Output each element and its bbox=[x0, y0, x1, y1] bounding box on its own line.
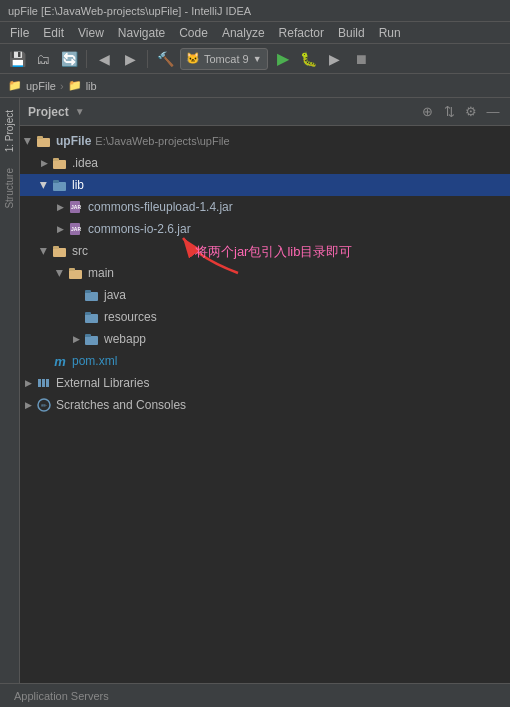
tomcat-config-button[interactable]: 🐱 Tomcat 9 ▼ bbox=[180, 48, 268, 70]
ext-lib-icon bbox=[36, 375, 52, 391]
main-area: 1: Project Structure Project ▼ ⊕ ⇅ ⚙ — ▶ bbox=[0, 98, 510, 683]
cf-label: commons-fileupload-1.4.jar bbox=[88, 200, 233, 214]
tomcat-icon: 🐱 bbox=[186, 52, 200, 65]
svg-rect-14 bbox=[69, 268, 75, 271]
lib-folder-icon bbox=[52, 177, 68, 193]
tree-src[interactable]: ▶ src bbox=[20, 240, 510, 262]
ci-label: commons-io-2.6.jar bbox=[88, 222, 191, 236]
ext-lib-label: External Libraries bbox=[56, 376, 149, 390]
menu-bar: File Edit View Navigate Code Analyze Ref… bbox=[0, 22, 510, 44]
panel-title[interactable]: Project bbox=[28, 105, 69, 119]
svg-rect-15 bbox=[85, 292, 98, 301]
root-arrow: ▶ bbox=[20, 133, 36, 149]
svg-rect-3 bbox=[53, 158, 59, 161]
tree-commons-fileupload[interactable]: ▶ JAR commons-fileupload-1.4.jar bbox=[20, 196, 510, 218]
breadcrumb-root[interactable]: upFile bbox=[26, 80, 56, 92]
tree-commons-io[interactable]: ▶ JAR commons-io-2.6.jar bbox=[20, 218, 510, 240]
wb-arrow: ▶ bbox=[68, 331, 84, 347]
svg-rect-19 bbox=[85, 336, 98, 345]
scratches-label: Scratches and Consoles bbox=[56, 398, 186, 412]
svg-rect-16 bbox=[85, 290, 91, 293]
menu-view[interactable]: View bbox=[72, 24, 110, 42]
menu-refactor[interactable]: Refactor bbox=[273, 24, 330, 42]
menu-code[interactable]: Code bbox=[173, 24, 214, 42]
resources-label: resources bbox=[104, 310, 157, 324]
menu-build[interactable]: Build bbox=[332, 24, 371, 42]
main-folder-icon bbox=[68, 265, 84, 281]
run-button[interactable]: ▶ bbox=[272, 48, 294, 70]
sync-button[interactable]: 🔄 bbox=[58, 48, 80, 70]
lib-label: lib bbox=[72, 178, 84, 192]
stop-button[interactable]: ⏹ bbox=[350, 48, 372, 70]
app-servers-status[interactable]: Application Servers bbox=[8, 688, 115, 704]
debug-button[interactable]: 🐛 bbox=[298, 48, 320, 70]
svg-rect-11 bbox=[53, 248, 66, 257]
tree-external-libraries[interactable]: ▶ External Libraries bbox=[20, 372, 510, 394]
side-tab: 1: Project Structure bbox=[0, 98, 20, 683]
svg-rect-17 bbox=[85, 314, 98, 323]
menu-navigate[interactable]: Navigate bbox=[112, 24, 171, 42]
webapp-label: webapp bbox=[104, 332, 146, 346]
structure-tab-label[interactable]: Structure bbox=[2, 160, 17, 217]
breadcrumb-folder-icon: 📁 bbox=[8, 79, 22, 92]
menu-run[interactable]: Run bbox=[373, 24, 407, 42]
svg-rect-23 bbox=[46, 379, 49, 387]
root-label: upFile bbox=[56, 134, 91, 148]
project-panel: Project ▼ ⊕ ⇅ ⚙ — ▶ upFile E bbox=[20, 98, 510, 683]
tree-lib[interactable]: ▶ lib bbox=[20, 174, 510, 196]
project-tree: ▶ upFile E:\JavaWeb-projects\upFile ▶ bbox=[20, 126, 510, 683]
tree-pom[interactable]: m pom.xml bbox=[20, 350, 510, 372]
tree-resources[interactable]: resources bbox=[20, 306, 510, 328]
tree-scratches[interactable]: ▶ ✏ Scratches and Consoles bbox=[20, 394, 510, 416]
pom-icon: m bbox=[52, 353, 68, 369]
collapse-icon[interactable]: ⇅ bbox=[440, 103, 458, 121]
back-button[interactable]: ◀ bbox=[93, 48, 115, 70]
menu-edit[interactable]: Edit bbox=[37, 24, 70, 42]
java-label: java bbox=[104, 288, 126, 302]
cf-arrow: ▶ bbox=[52, 199, 68, 215]
root-path: E:\JavaWeb-projects\upFile bbox=[95, 135, 229, 147]
build-button[interactable]: 🔨 bbox=[154, 48, 176, 70]
status-bar: Application Servers bbox=[0, 683, 510, 707]
tree-java[interactable]: java bbox=[20, 284, 510, 306]
breadcrumb-lib[interactable]: lib bbox=[86, 80, 97, 92]
breadcrumb: 📁 upFile › 📁 lib bbox=[0, 74, 510, 98]
java-folder-icon bbox=[84, 287, 100, 303]
coverage-button[interactable]: ▶ bbox=[324, 48, 346, 70]
locate-icon[interactable]: ⊕ bbox=[418, 103, 436, 121]
src-folder-icon bbox=[52, 243, 68, 259]
cf-jar-icon: JAR bbox=[68, 199, 84, 215]
tree-root[interactable]: ▶ upFile E:\JavaWeb-projects\upFile bbox=[20, 130, 510, 152]
project-tab-label[interactable]: 1: Project bbox=[2, 102, 17, 160]
forward-button[interactable]: ▶ bbox=[119, 48, 141, 70]
svg-rect-20 bbox=[85, 334, 91, 337]
tree-webapp[interactable]: ▶ webapp bbox=[20, 328, 510, 350]
tomcat-label: Tomcat 9 bbox=[204, 53, 249, 65]
tree-main[interactable]: ▶ main bbox=[20, 262, 510, 284]
toolbar-sep-1 bbox=[86, 50, 87, 68]
svg-text:JAR: JAR bbox=[71, 226, 81, 232]
lib-arrow: ▶ bbox=[36, 177, 52, 193]
pom-label: pom.xml bbox=[72, 354, 117, 368]
root-folder-icon bbox=[36, 133, 52, 149]
resources-folder-icon bbox=[84, 309, 100, 325]
save-button[interactable]: 💾 bbox=[6, 48, 28, 70]
scratch-icon: ✏ bbox=[36, 397, 52, 413]
svg-text:JAR: JAR bbox=[71, 204, 81, 210]
settings-icon[interactable]: ⚙ bbox=[462, 103, 480, 121]
panel-dropdown-icon[interactable]: ▼ bbox=[75, 106, 85, 117]
ci-jar-icon: JAR bbox=[68, 221, 84, 237]
svg-rect-21 bbox=[38, 379, 41, 387]
svg-rect-18 bbox=[85, 312, 91, 315]
menu-analyze[interactable]: Analyze bbox=[216, 24, 271, 42]
svg-rect-5 bbox=[53, 180, 59, 183]
menu-file[interactable]: File bbox=[4, 24, 35, 42]
tomcat-dropdown-icon: ▼ bbox=[253, 54, 262, 64]
save-all-button[interactable]: 🗂 bbox=[32, 48, 54, 70]
tree-idea[interactable]: ▶ .idea bbox=[20, 152, 510, 174]
ci-arrow: ▶ bbox=[52, 221, 68, 237]
svg-rect-1 bbox=[37, 136, 43, 139]
minimize-icon[interactable]: — bbox=[484, 103, 502, 121]
svg-rect-13 bbox=[69, 270, 82, 279]
panel-header-icons: ⊕ ⇅ ⚙ — bbox=[418, 103, 502, 121]
